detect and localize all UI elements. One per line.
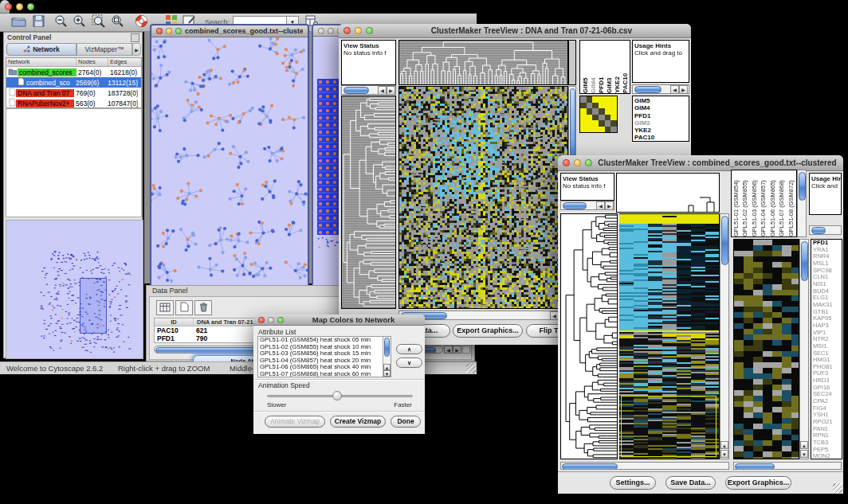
tv1-detail-matrix[interactable] — [579, 96, 618, 133]
matrix-cell[interactable] — [592, 103, 599, 109]
zoom-window-icon[interactable] — [585, 159, 592, 166]
matrix-cell[interactable] — [605, 127, 611, 133]
matrix-cell[interactable] — [610, 115, 617, 121]
matrix-cell[interactable] — [599, 108, 605, 115]
export-graphics-button[interactable]: Export Graphics... — [453, 324, 523, 338]
gene-label[interactable]: KAP95 — [813, 315, 842, 322]
network-row[interactable]: combined_scores 2764(0) 16218(0) — [6, 67, 141, 77]
attribute-list[interactable]: GPL51-01 (GSM854) heat shock 05 min GPL5… — [257, 336, 391, 377]
gene-label[interactable]: VIP1 — [813, 330, 842, 337]
table-icon[interactable] — [156, 300, 174, 315]
scroll-left-icon[interactable]: ◀ — [670, 85, 679, 94]
gene-label[interactable]: MSI1 — [813, 343, 842, 350]
scroll-down-icon[interactable]: ▼ — [383, 370, 391, 377]
attribute-list-scrollbar[interactable]: ▲ ▼ — [383, 337, 391, 377]
gene-label[interactable]: FIG4 — [813, 405, 842, 412]
gene-label[interactable]: PFD1 — [813, 240, 842, 247]
new-document-icon[interactable] — [175, 300, 193, 315]
tv1-row-label[interactable]: GIM4 — [634, 104, 689, 111]
birdseye-view[interactable] — [6, 220, 143, 359]
scroll-left-icon[interactable]: ◀ — [444, 346, 453, 354]
close-icon[interactable] — [5, 3, 12, 10]
tv1-main-heatmap[interactable] — [398, 86, 568, 309]
tv2-column-label[interactable]: GPL51-03 (GSM856) — [751, 170, 760, 236]
tv2-vscrollbar[interactable]: ▲ ▼ — [720, 213, 729, 459]
matrix-cell[interactable] — [587, 108, 593, 115]
tv2-main-heatmap[interactable] — [619, 213, 720, 459]
settings-button[interactable]: Settings... — [610, 476, 656, 490]
scrollbar-thumb[interactable] — [735, 463, 775, 470]
minimize-icon[interactable] — [355, 27, 362, 34]
tv1-column-label[interactable]: PAC10 — [622, 41, 630, 93]
speed-slider-thumb[interactable] — [332, 391, 342, 400]
close-icon[interactable] — [318, 28, 324, 34]
gene-label[interactable]: RPO21 — [813, 419, 842, 426]
scroll-right-icon[interactable]: ▶ — [679, 85, 688, 94]
tv2-hints-scrollbar[interactable] — [809, 225, 842, 235]
minimize-icon[interactable] — [166, 28, 172, 34]
tab-overflow-arrow-icon[interactable]: ▶ — [132, 43, 141, 56]
zoom-in-icon[interactable] — [73, 14, 86, 31]
gene-label[interactable]: TCB3 — [813, 440, 842, 447]
gene-label[interactable]: HRD3 — [813, 377, 842, 385]
attribute-item[interactable]: GPL51-07 (GSM868) heat shock 60 min — [258, 371, 391, 378]
tv2-column-label[interactable]: GPL51-07 (GSM868) — [778, 170, 787, 236]
matrix-cell[interactable] — [592, 108, 599, 115]
matrix-cell[interactable] — [599, 115, 605, 121]
col-header-edges[interactable]: Edges — [108, 58, 140, 66]
close-icon[interactable] — [344, 27, 351, 34]
tv2-detail-vscrollbar[interactable]: ▲ ▼ — [799, 239, 809, 459]
gene-label[interactable]: MON2 — [813, 453, 842, 459]
matrix-cell[interactable] — [587, 96, 593, 103]
close-icon[interactable] — [563, 159, 570, 166]
tv1-titlebar[interactable]: ClusterMaker TreeView : DNA and Tran 07-… — [339, 24, 691, 38]
scrollbar-thumb[interactable] — [384, 338, 390, 357]
matrix-cell[interactable] — [599, 120, 605, 127]
minimize-icon[interactable] — [328, 28, 334, 34]
zoom-fit-icon[interactable] — [111, 14, 124, 31]
matrix-cell[interactable] — [605, 103, 611, 109]
matrix-cell[interactable] — [592, 115, 599, 121]
float-panel-icon[interactable] — [131, 33, 139, 42]
tab-network[interactable]: Network — [6, 43, 77, 56]
matrix-cell[interactable] — [580, 115, 587, 121]
scroll-right-icon[interactable]: ▶ — [453, 346, 461, 354]
gene-label[interactable]: PEP5 — [813, 447, 842, 454]
move-up-button[interactable]: ∧ — [396, 344, 422, 354]
gene-label[interactable]: CPA2 — [813, 398, 842, 405]
tv1-column-label[interactable]: PFD1 — [598, 41, 606, 93]
zoom-window-icon[interactable] — [366, 27, 373, 34]
gene-label[interactable]: SPC98 — [813, 268, 842, 275]
matrix-cell[interactable] — [610, 120, 617, 127]
scrollbar-thumb[interactable] — [634, 86, 662, 93]
scrollbar-thumb[interactable] — [562, 463, 618, 470]
resize-grip[interactable] — [466, 364, 476, 373]
minimize-icon[interactable] — [268, 317, 274, 323]
scroll-right-icon[interactable]: ▶ — [387, 86, 395, 95]
scrollbar-thumb[interactable] — [721, 216, 728, 265]
matrix-cell[interactable] — [610, 96, 617, 103]
tv1-status-scrollbar[interactable]: ◀ ▶ — [341, 85, 396, 95]
gene-label[interactable]: CLN1 — [813, 274, 842, 281]
zoom-window-icon[interactable] — [277, 317, 284, 323]
matrix-cell[interactable] — [599, 96, 605, 103]
help-lifesaver-icon[interactable] — [135, 14, 148, 31]
zoom-selected-icon[interactable] — [92, 14, 106, 31]
tv1-row-label[interactable]: GIM3 — [634, 119, 689, 127]
matrix-cell[interactable] — [610, 108, 617, 115]
zoom-window-icon[interactable] — [27, 3, 34, 10]
tv1-row-label[interactable]: PFD1 — [634, 112, 689, 119]
id-column-header[interactable]: ID — [155, 318, 194, 326]
matrix-cell[interactable] — [587, 127, 593, 133]
network-canvas[interactable] — [151, 37, 308, 287]
close-icon[interactable] — [156, 28, 163, 34]
matrix-cell[interactable] — [610, 127, 617, 133]
attr-column-header[interactable]: DNA and Tran 07-21-06 — [194, 318, 261, 326]
minimize-icon[interactable] — [16, 3, 23, 10]
scrollbar-thumb[interactable] — [563, 202, 587, 209]
matrix-cell[interactable] — [587, 103, 593, 109]
gene-label[interactable]: HAP3 — [813, 322, 842, 330]
tv2-column-label[interactable]: GPL51-08 (GSM872) — [787, 170, 796, 236]
tv1-column-dendrogram[interactable] — [398, 40, 568, 85]
col-header-nodes[interactable]: Nodes — [77, 58, 108, 66]
